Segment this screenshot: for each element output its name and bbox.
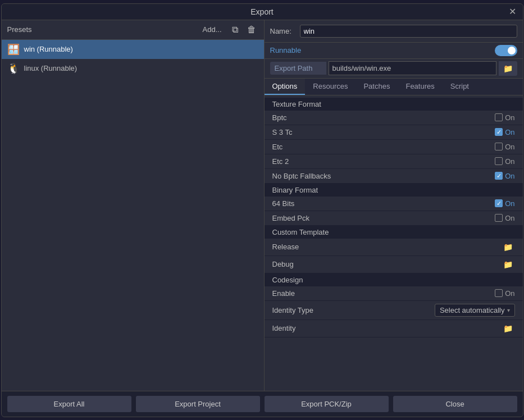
no-bptc-fallbacks-checkbox[interactable]: ✓: [495, 172, 503, 180]
presets-list: 🪟 win (Runnable) 🐧 linux (Runnable): [2, 40, 264, 391]
embed-pck-label: Embed Pck: [272, 214, 495, 222]
option-64bits: 64 Bits ✓ On: [265, 197, 523, 211]
etc-value: On: [495, 143, 514, 151]
s3tc-value: ✓ On: [495, 128, 514, 136]
export-path-label: Export Path: [270, 62, 326, 75]
release-path-row: Release 📁: [265, 239, 523, 256]
no-bptc-fallbacks-label: No Bptc Fallbacks: [272, 172, 495, 180]
etc-label: Etc: [272, 143, 495, 151]
export-project-button[interactable]: Export Project: [136, 396, 260, 412]
windows-icon: 🪟: [7, 43, 20, 56]
runnable-row: Runnable: [265, 43, 523, 59]
identity-type-row: Identity Type Select automatically ▾: [265, 301, 523, 320]
tab-options[interactable]: Options: [265, 79, 306, 95]
linux-icon: 🐧: [7, 62, 20, 75]
etc2-label: Etc 2: [272, 157, 495, 166]
enable-label: Enable: [272, 289, 495, 298]
add-preset-button[interactable]: Add...: [199, 24, 225, 35]
bottom-bar: Export All Export Project Export PCK/Zip…: [2, 391, 523, 417]
embed-pck-on-label: On: [505, 214, 514, 222]
export-all-button[interactable]: Export All: [7, 396, 131, 412]
option-no-bptc-fallbacks: No Bptc Fallbacks ✓ On: [265, 169, 523, 184]
dialog-content: Presets Add... ⧉ 🗑 🪟 win (Runnable) 🐧 li…: [2, 20, 523, 391]
enable-value: On: [495, 289, 514, 298]
export-path-row: Export Path 📁: [265, 59, 523, 79]
identity-type-label: Identity Type: [272, 306, 435, 314]
etc2-value: On: [495, 157, 514, 166]
identity-folder-button[interactable]: 📁: [501, 323, 515, 334]
s3tc-checkbox[interactable]: ✓: [495, 128, 503, 136]
tab-script[interactable]: Script: [443, 79, 477, 95]
64bits-value: ✓ On: [495, 199, 514, 208]
option-embed-pck: Embed Pck On: [265, 211, 523, 226]
etc-on-label: On: [505, 143, 514, 151]
debug-path-row: Debug 📁: [265, 256, 523, 273]
enable-checkbox[interactable]: [495, 289, 503, 297]
codesign-header: Codesign: [265, 273, 523, 286]
options-content: Texture Format Bptc On S 3 Tc ✓ On: [265, 95, 523, 391]
left-panel: Presets Add... ⧉ 🗑 🪟 win (Runnable) 🐧 li…: [2, 20, 265, 391]
bptc-checkbox[interactable]: [495, 113, 503, 121]
preset-win-label: win (Runnable): [24, 45, 73, 53]
option-etc2: Etc 2 On: [265, 154, 523, 169]
texture-format-header: Texture Format: [265, 98, 523, 111]
64bits-checkbox[interactable]: ✓: [495, 199, 503, 207]
option-enable: Enable On: [265, 286, 523, 301]
delete-preset-button[interactable]: 🗑: [245, 24, 258, 36]
bptc-on-label: On: [505, 113, 514, 122]
preset-item-win[interactable]: 🪟 win (Runnable): [2, 40, 264, 59]
preset-item-linux[interactable]: 🐧 linux (Runnable): [2, 59, 264, 78]
preset-linux-label: linux (Runnable): [24, 64, 78, 72]
tab-patches[interactable]: Patches: [356, 79, 398, 95]
presets-label: Presets: [7, 25, 195, 34]
debug-path-label: Debug: [272, 260, 501, 268]
bptc-value: On: [495, 113, 514, 122]
binary-format-header: Binary Format: [265, 184, 523, 197]
name-label: Name:: [270, 27, 295, 35]
right-panel: Name: Runnable Export Path 📁 Options Res…: [265, 20, 523, 391]
release-folder-button[interactable]: 📁: [501, 241, 515, 253]
identity-type-dropdown[interactable]: Select automatically ▾: [435, 304, 515, 317]
etc2-checkbox[interactable]: [495, 157, 503, 165]
no-bptc-fallbacks-value: ✓ On: [495, 172, 514, 180]
s3tc-label: S 3 Tc: [272, 128, 495, 136]
identity-type-chevron-icon: ▾: [507, 307, 510, 313]
presets-bar: Presets Add... ⧉ 🗑: [2, 20, 264, 40]
no-bptc-fallbacks-on-label: On: [505, 172, 514, 180]
tab-resources[interactable]: Resources: [305, 79, 356, 95]
option-etc: Etc On: [265, 140, 523, 154]
option-s3tc: S 3 Tc ✓ On: [265, 125, 523, 140]
bptc-label: Bptc: [272, 113, 495, 122]
export-path-input[interactable]: [329, 61, 496, 75]
runnable-toggle[interactable]: [495, 45, 517, 56]
titlebar: Export ✕: [2, 4, 523, 20]
export-path-folder-button[interactable]: 📁: [499, 61, 517, 76]
identity-type-value: Select automatically: [440, 306, 505, 314]
name-input[interactable]: [300, 25, 517, 38]
etc-checkbox[interactable]: [495, 143, 503, 150]
custom-template-header: Custom Template: [265, 226, 523, 239]
tabs-row: Options Resources Patches Features Scrip…: [265, 79, 523, 95]
name-row: Name:: [265, 20, 523, 43]
runnable-label: Runnable: [270, 46, 495, 54]
close-icon[interactable]: ✕: [507, 6, 518, 17]
identity-label: Identity: [272, 324, 501, 332]
close-button[interactable]: Close: [393, 396, 517, 412]
embed-pck-value: On: [495, 214, 514, 222]
debug-folder-button[interactable]: 📁: [501, 259, 515, 270]
dialog-title: Export: [250, 7, 273, 16]
embed-pck-checkbox[interactable]: [495, 214, 503, 222]
64bits-on-label: On: [505, 199, 514, 208]
64bits-label: 64 Bits: [272, 199, 495, 208]
etc2-on-label: On: [505, 157, 514, 166]
export-pck-zip-button[interactable]: Export PCK/Zip: [265, 396, 389, 412]
option-bptc: Bptc On: [265, 111, 523, 125]
export-dialog: Export ✕ Presets Add... ⧉ 🗑 🪟 win (Runna…: [1, 3, 523, 417]
identity-row: Identity 📁: [265, 320, 523, 337]
tab-features[interactable]: Features: [398, 79, 442, 95]
release-path-label: Release: [272, 243, 501, 251]
copy-preset-button[interactable]: ⧉: [230, 24, 240, 36]
s3tc-on-label: On: [505, 128, 514, 136]
enable-on-label: On: [505, 289, 514, 298]
